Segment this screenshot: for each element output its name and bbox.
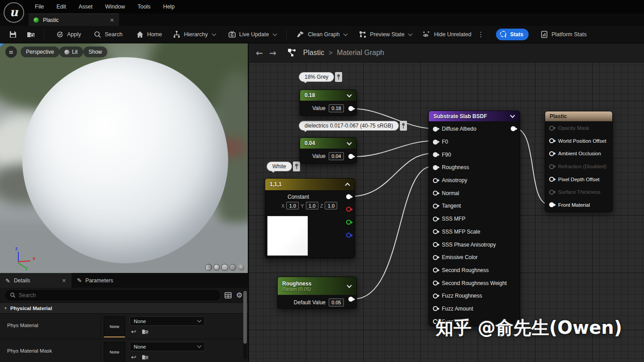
plane-shape-button[interactable]: [221, 264, 228, 271]
pin-icon[interactable]: [549, 126, 554, 131]
g-output-pin[interactable]: [346, 220, 351, 225]
comment-pin-icon[interactable]: [400, 121, 407, 131]
value-input[interactable]: 0.05: [329, 298, 344, 307]
node-constant-018[interactable]: 0.18 Value 0.18: [300, 89, 357, 116]
output-pin[interactable]: [348, 154, 353, 159]
substrate-pin-f0[interactable]: F0: [429, 136, 520, 149]
collapse-chevron-icon[interactable]: [347, 92, 352, 97]
output-pin-ambient-occlusion[interactable]: Ambient Occlusion: [545, 147, 612, 160]
pin-icon[interactable]: [549, 138, 554, 143]
pin-icon[interactable]: [549, 202, 554, 207]
pin-icon[interactable]: [433, 127, 438, 132]
cube-shape-button[interactable]: [229, 264, 236, 271]
preview-sphere[interactable]: [22, 57, 228, 263]
y-value-input[interactable]: 1.0: [306, 202, 318, 209]
viewport-menu-button[interactable]: ≡: [5, 46, 17, 58]
output-pin-opacity-mask[interactable]: Opacity Mask: [545, 122, 612, 135]
value-input[interactable]: 0.18: [329, 104, 344, 112]
pin-icon[interactable]: [433, 217, 438, 221]
pin-icon[interactable]: [433, 152, 438, 157]
substrate-pin-sss-mfp-scale[interactable]: SSS MFP Scale: [429, 226, 520, 238]
pin-icon[interactable]: [433, 140, 438, 145]
show-button[interactable]: Show: [83, 47, 107, 57]
pin-icon[interactable]: [433, 242, 438, 247]
pin-icon[interactable]: [549, 151, 554, 156]
menu-item-window[interactable]: Window: [99, 4, 131, 10]
pin-icon[interactable]: [433, 306, 438, 311]
material-graph-canvas[interactable]: ← → Plastic > Material Graph 18% Grey di…: [249, 43, 644, 362]
collapse-chevron-icon[interactable]: [347, 140, 352, 145]
pin-icon[interactable]: [433, 294, 438, 298]
browse-to-asset-icon[interactable]: [142, 354, 148, 361]
display-grid-icon[interactable]: [225, 292, 232, 299]
r-output-pin[interactable]: [346, 207, 351, 212]
pin-icon[interactable]: [433, 178, 438, 183]
collapse-chevron-icon[interactable]: [347, 283, 352, 288]
comment-18-grey[interactable]: 18% Grey: [299, 72, 342, 82]
node-roughness-param[interactable]: Roughness Param (0.05) Default Value 0.0…: [277, 277, 357, 309]
substrate-pin-emissive-color[interactable]: Emissive Color: [429, 251, 520, 264]
breadcrumb-root[interactable]: Plastic: [303, 49, 324, 57]
perspective-button[interactable]: Perspective: [21, 47, 59, 57]
substrate-pin-f90[interactable]: F90: [429, 148, 520, 161]
output-pin-world-position-offset[interactable]: World Position Offset: [545, 135, 612, 148]
tab-plastic[interactable]: Plastic ×: [29, 13, 119, 26]
substrate-pin-tangent[interactable]: Tangent: [429, 200, 520, 213]
section-physical-material[interactable]: ▾ Physical Material: [0, 302, 248, 314]
phys-material-mask-dropdown[interactable]: None: [130, 342, 205, 351]
back-arrow-button[interactable]: ←: [256, 48, 263, 58]
tab-details[interactable]: ✎ Details ×: [0, 273, 72, 288]
bsdf-output-pin[interactable]: [511, 126, 516, 131]
tab-close-icon[interactable]: ×: [110, 17, 114, 23]
b-output-pin[interactable]: [346, 233, 351, 238]
pin-icon[interactable]: [433, 255, 438, 260]
menu-item-asset[interactable]: Asset: [72, 4, 99, 10]
sphere-shape-button[interactable]: [213, 264, 220, 271]
comment-dielectrics[interactable]: dielectrics 0.017-0.067 (40-75 sRGB): [299, 121, 407, 131]
output-pin-front-material[interactable]: Front Material: [545, 199, 612, 212]
stats-button[interactable]: i Stats: [496, 29, 529, 40]
details-tab-close-icon[interactable]: ×: [62, 277, 66, 284]
use-selected-icon[interactable]: ↩: [131, 353, 136, 361]
search-input[interactable]: [19, 292, 216, 298]
substrate-pin-diffuse-albedo[interactable]: Diffuse Albedo: [429, 123, 520, 136]
save-icon[interactable]: [9, 30, 17, 38]
apply-button[interactable]: Apply: [56, 30, 81, 38]
pin-icon[interactable]: [433, 191, 438, 196]
pin-icon[interactable]: [433, 268, 438, 273]
collapse-chevron-icon[interactable]: [345, 183, 350, 187]
substrate-pin-fuzz-amount[interactable]: Fuzz Amount: [429, 302, 520, 315]
substrate-pin-anisotropy[interactable]: Anisotropy: [429, 174, 520, 187]
pin-icon[interactable]: [549, 177, 554, 182]
node-constant3-white[interactable]: 1,1,1 Constant X 1.0 Y 1.0 Z 1.0: [265, 178, 355, 258]
substrate-pin-normal[interactable]: Normal: [429, 187, 520, 200]
search-box[interactable]: [5, 290, 220, 300]
pin-icon[interactable]: [549, 164, 554, 169]
output-pin[interactable]: [348, 106, 353, 111]
clean-graph-dropdown[interactable]: Clean Graph: [297, 30, 347, 38]
hide-unrelated-button[interactable]: Hide Unrelated: [423, 30, 471, 38]
rgb-output-pin[interactable]: [346, 194, 351, 199]
output-pin-surface-thickness[interactable]: Surface Thickness: [545, 186, 612, 199]
custom-mesh-button[interactable]: [237, 264, 245, 271]
browse-asset-icon[interactable]: [27, 30, 35, 38]
comment-pin-icon[interactable]: [293, 162, 300, 171]
browse-to-asset-icon[interactable]: [142, 328, 148, 335]
hierarchy-dropdown[interactable]: Hierarchy: [173, 30, 216, 38]
preview-state-dropdown[interactable]: Preview State: [359, 30, 412, 38]
collapse-chevron-icon[interactable]: [510, 113, 515, 118]
menu-item-tools[interactable]: Tools: [131, 4, 157, 10]
node-constant-004[interactable]: 0.04 Value 0.04: [300, 137, 357, 164]
live-update-dropdown[interactable]: Live Update: [228, 30, 277, 38]
pin-icon[interactable]: [433, 204, 438, 209]
comment-pin-icon[interactable]: [335, 72, 342, 82]
value-input[interactable]: 0.04: [329, 152, 344, 160]
menu-item-edit[interactable]: Edit: [50, 4, 72, 10]
substrate-pin-second-roughness[interactable]: Second Roughness: [429, 264, 520, 277]
output-pin[interactable]: [348, 297, 353, 302]
search-button[interactable]: Search: [93, 30, 123, 38]
pin-icon[interactable]: [433, 229, 438, 234]
menu-item-help[interactable]: Help: [157, 4, 181, 10]
x-value-input[interactable]: 1.0: [286, 202, 299, 209]
menu-item-file[interactable]: File: [29, 4, 50, 10]
